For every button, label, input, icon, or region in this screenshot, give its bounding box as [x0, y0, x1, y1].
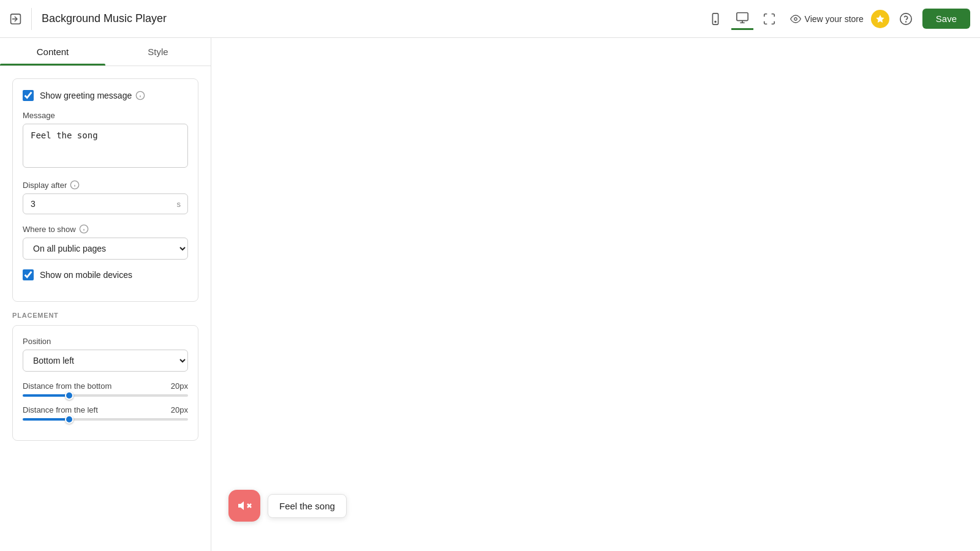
where-to-show-select[interactable]: On all public pages Homepage only All pa…	[23, 238, 188, 260]
fullscreen-icon-btn[interactable]	[758, 8, 780, 30]
svg-marker-11	[238, 501, 244, 510]
show-greeting-label[interactable]: Show greeting message	[40, 91, 145, 100]
sidebar: Content Style Show greeting message	[0, 38, 211, 551]
greeting-card: Show greeting message Message Feel the s…	[12, 78, 198, 302]
distance-bottom-value: 20px	[171, 381, 188, 391]
tab-content[interactable]: Content	[0, 38, 105, 66]
message-label: Message	[23, 111, 188, 120]
desktop-icon-btn[interactable]	[731, 8, 753, 30]
position-label: Position	[23, 337, 188, 346]
distance-left-value: 20px	[171, 405, 188, 414]
mute-icon	[237, 498, 252, 513]
save-button[interactable]: Save	[922, 9, 970, 29]
where-to-show-info-icon[interactable]	[79, 224, 89, 234]
header: Background Music Player View	[0, 0, 980, 38]
device-icons	[704, 8, 780, 30]
music-tooltip: Feel the song	[268, 494, 347, 518]
distance-left-label: Distance from the left	[23, 405, 98, 414]
sidebar-content: Show greeting message Message Feel the s…	[0, 66, 211, 551]
message-field-group: Message Feel the song	[23, 111, 188, 170]
show-mobile-checkbox[interactable]	[23, 269, 34, 280]
preview-area: Feel the song	[211, 38, 980, 551]
show-greeting-row: Show greeting message	[23, 90, 188, 101]
distance-left-row: Distance from the left 20px	[23, 405, 188, 421]
position-select[interactable]: Bottom left Bottom right Top left Top ri…	[23, 350, 188, 372]
mobile-icon-btn[interactable]	[704, 8, 726, 30]
display-after-input-wrapper: s	[23, 193, 188, 214]
where-to-show-group: Where to show On all public pages Homepa…	[23, 224, 188, 260]
svg-point-7	[905, 21, 906, 22]
display-after-suffix: s	[177, 200, 181, 209]
help-icon[interactable]	[897, 10, 915, 28]
svg-rect-3	[736, 13, 747, 21]
view-store-link[interactable]: View your store	[790, 13, 864, 24]
where-to-show-label: Where to show	[23, 224, 188, 234]
show-greeting-info-icon[interactable]	[135, 91, 145, 100]
svg-point-6	[900, 13, 911, 24]
message-textarea[interactable]: Feel the song	[23, 124, 188, 168]
tab-style[interactable]: Style	[105, 38, 211, 66]
back-button[interactable]	[10, 8, 32, 30]
music-widget: Feel the song	[228, 490, 347, 522]
display-after-group: Display after s	[23, 180, 188, 214]
svg-marker-5	[876, 15, 884, 23]
svg-rect-1	[712, 13, 718, 24]
show-mobile-label[interactable]: Show on mobile devices	[40, 270, 132, 280]
tabs: Content Style	[0, 38, 211, 66]
show-mobile-row: Show on mobile devices	[23, 269, 188, 280]
display-after-input[interactable]	[23, 193, 188, 214]
upgrade-icon[interactable]	[871, 10, 889, 28]
music-play-button[interactable]	[228, 490, 260, 522]
header-right: View your store Save	[790, 9, 970, 29]
app-title: Background Music Player	[42, 12, 704, 25]
show-greeting-checkbox[interactable]	[23, 90, 34, 101]
placement-card: Position Bottom left Bottom right Top le…	[12, 325, 198, 441]
position-group: Position Bottom left Bottom right Top le…	[23, 337, 188, 372]
display-after-label: Display after	[23, 180, 188, 190]
distance-bottom-label: Distance from the bottom	[23, 381, 111, 391]
svg-point-2	[715, 21, 716, 22]
distance-bottom-row: Distance from the bottom 20px	[23, 381, 188, 397]
svg-point-4	[794, 17, 797, 20]
main-layout: Content Style Show greeting message	[0, 38, 980, 551]
display-after-info-icon[interactable]	[70, 180, 80, 190]
placement-section-label: PLACEMENT	[12, 312, 198, 319]
